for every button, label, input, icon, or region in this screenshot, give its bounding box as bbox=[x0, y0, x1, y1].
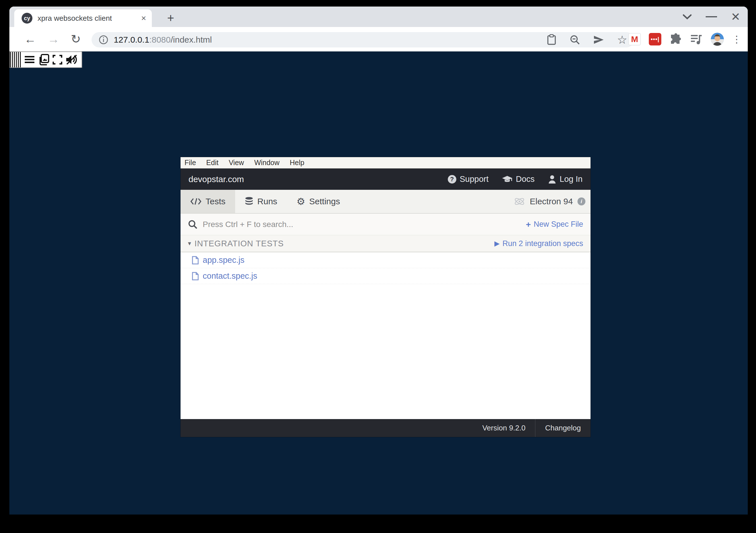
url-text[interactable]: 127.0.0.1:8080/index.html bbox=[114, 35, 547, 45]
browser-selector-label: Electron 94 bbox=[530, 197, 573, 206]
plus-icon: + bbox=[526, 220, 531, 229]
url-port: :8080 bbox=[149, 35, 171, 44]
login-button[interactable]: Log In bbox=[548, 174, 582, 184]
gmail-extension-icon[interactable]: M bbox=[628, 33, 641, 45]
code-icon bbox=[190, 197, 202, 205]
tab-tests-label: Tests bbox=[205, 197, 226, 206]
project-name: devopstar.com bbox=[188, 174, 244, 184]
section-title: INTEGRATION TESTS bbox=[195, 239, 495, 248]
address-bar[interactable]: 127.0.0.1:8080/index.html ☆ bbox=[92, 32, 634, 47]
zoom-out-icon[interactable] bbox=[569, 34, 580, 45]
tab-tests[interactable]: Tests bbox=[180, 190, 235, 213]
cypress-favicon-icon: cy bbox=[22, 13, 32, 24]
integration-tests-section[interactable]: ▾ INTEGRATION TESTS ▶ Run 2 integration … bbox=[180, 235, 590, 252]
url-host: 127.0.0.1 bbox=[114, 35, 149, 44]
lastpass-extension-icon[interactable]: •••| bbox=[649, 33, 661, 45]
hamburger-menu-icon[interactable] bbox=[25, 56, 34, 63]
tab-strip: cy xpra websockets client × + ✕ bbox=[9, 7, 748, 27]
new-spec-file-label: New Spec File bbox=[534, 220, 583, 229]
version-label: Version 9.2.0 bbox=[472, 419, 535, 437]
file-icon bbox=[192, 256, 199, 265]
database-icon bbox=[245, 197, 253, 206]
file-icon bbox=[192, 272, 199, 280]
spec-name: contact.spec.js bbox=[203, 271, 257, 281]
browser-tab[interactable]: cy xpra websockets client × bbox=[14, 9, 152, 27]
spec-search-row: Press Ctrl + F to search... + New Spec F… bbox=[180, 214, 590, 235]
reload-icon[interactable]: ↻ bbox=[71, 33, 81, 45]
person-icon bbox=[548, 175, 556, 184]
window-restore-icon[interactable] bbox=[682, 14, 692, 20]
electron-atom-icon bbox=[514, 196, 525, 207]
cypress-window: File Edit View Window Help devopstar.com… bbox=[180, 157, 590, 437]
question-circle-icon: ? bbox=[448, 175, 456, 184]
caret-down-icon: ▾ bbox=[188, 240, 191, 247]
mute-speaker-icon[interactable] bbox=[66, 55, 78, 65]
app-footer: Version 9.2.0 Changelog bbox=[180, 419, 590, 437]
bookmark-star-icon[interactable]: ☆ bbox=[617, 34, 627, 45]
menu-window[interactable]: Window bbox=[254, 159, 280, 167]
fullscreen-icon[interactable] bbox=[53, 55, 62, 64]
window-minimize-icon[interactable] bbox=[706, 16, 717, 17]
graduation-cap-icon bbox=[502, 175, 512, 183]
support-button[interactable]: ? Support bbox=[448, 174, 489, 184]
new-spec-file-button[interactable]: + New Spec File bbox=[526, 220, 583, 229]
browser-selector[interactable]: Electron 94 i bbox=[514, 190, 590, 213]
tab-settings-label: Settings bbox=[309, 197, 340, 206]
changelog-link[interactable]: Changelog bbox=[535, 419, 590, 437]
toolbar-drag-handle[interactable] bbox=[10, 52, 21, 67]
run-integration-specs-button[interactable]: ▶ Run 2 integration specs bbox=[495, 239, 583, 248]
new-tab-button[interactable]: + bbox=[167, 12, 174, 25]
clipboard-icon[interactable] bbox=[547, 34, 557, 45]
tab-close-icon[interactable]: × bbox=[141, 13, 146, 23]
run-specs-label: Run 2 integration specs bbox=[502, 239, 583, 248]
menu-file[interactable]: File bbox=[184, 159, 196, 167]
spec-name: app.spec.js bbox=[203, 255, 245, 265]
extensions-puzzle-icon[interactable] bbox=[669, 33, 682, 45]
url-path: /index.html bbox=[171, 35, 212, 44]
send-to-device-icon[interactable] bbox=[593, 35, 605, 45]
playlist-music-icon[interactable] bbox=[690, 33, 703, 45]
browser-info-icon[interactable]: i bbox=[578, 197, 585, 205]
tab-title: xpra websockets client bbox=[38, 14, 138, 23]
forward-icon: → bbox=[47, 33, 59, 45]
docs-button[interactable]: Docs bbox=[502, 174, 534, 184]
browser-menu-kebab-icon[interactable]: ⋮ bbox=[732, 34, 742, 45]
app-menu-bar: File Edit View Window Help bbox=[180, 157, 590, 168]
support-label: Support bbox=[460, 174, 489, 184]
screenshot-icon[interactable] bbox=[38, 54, 49, 65]
site-info-icon[interactable] bbox=[98, 35, 109, 45]
browser-window: cy xpra websockets client × + ✕ ← → ↻ ⌂ … bbox=[9, 7, 748, 515]
search-icon bbox=[188, 220, 198, 229]
spec-row-app[interactable]: app.spec.js bbox=[180, 252, 590, 268]
play-icon: ▶ bbox=[495, 240, 500, 247]
xpra-toolbar[interactable] bbox=[9, 51, 82, 68]
tab-runs-label: Runs bbox=[257, 197, 277, 206]
profile-avatar[interactable] bbox=[711, 33, 724, 46]
gear-icon: ⚙ bbox=[297, 197, 305, 206]
spec-row-contact[interactable]: contact.spec.js bbox=[180, 268, 590, 284]
app-tabs: Tests Runs ⚙ Settings Electron 94 bbox=[180, 190, 590, 214]
project-header: devopstar.com ? Support Docs bbox=[180, 168, 590, 190]
menu-view[interactable]: View bbox=[229, 159, 244, 167]
menu-help[interactable]: Help bbox=[290, 159, 304, 167]
docs-label: Docs bbox=[516, 174, 534, 184]
tab-settings[interactable]: ⚙ Settings bbox=[287, 190, 350, 213]
browser-toolbar: ← → ↻ ⌂ 127.0.0.1:8080/index.html ☆ bbox=[9, 27, 748, 51]
tab-runs[interactable]: Runs bbox=[235, 190, 287, 213]
login-label: Log In bbox=[559, 174, 582, 184]
search-input[interactable]: Press Ctrl + F to search... bbox=[203, 220, 526, 229]
menu-edit[interactable]: Edit bbox=[206, 159, 218, 167]
back-icon[interactable]: ← bbox=[24, 33, 36, 45]
spec-list-empty-area bbox=[180, 284, 590, 419]
window-close-icon[interactable]: ✕ bbox=[731, 11, 741, 22]
page-viewport: File Edit View Window Help devopstar.com… bbox=[9, 51, 748, 515]
